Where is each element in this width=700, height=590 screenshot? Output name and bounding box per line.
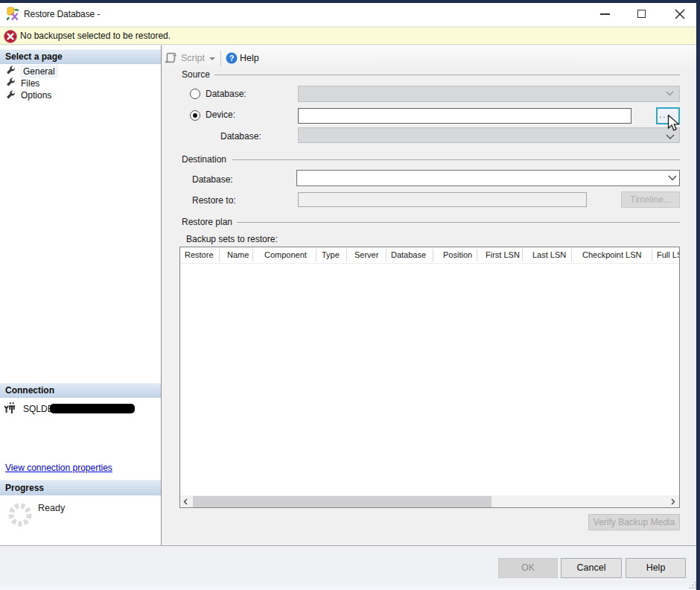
svg-text:?: ?: [229, 54, 235, 63]
